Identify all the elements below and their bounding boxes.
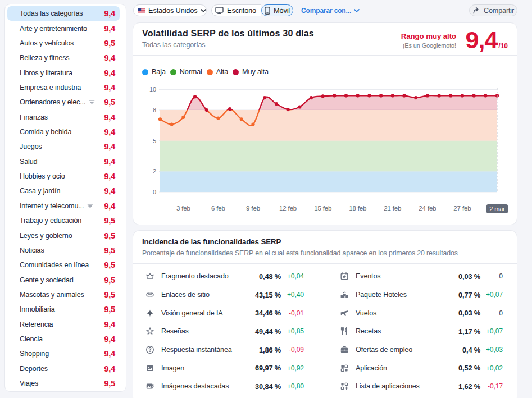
svg-text:24 feb: 24 feb: [419, 205, 436, 212]
svg-text:9 feb: 9 feb: [246, 205, 260, 212]
svg-text:18 feb: 18 feb: [349, 205, 366, 212]
svg-text:2: 2: [153, 168, 156, 175]
svg-text:0: 0: [153, 189, 156, 195]
svg-text:27 feb: 27 feb: [453, 205, 471, 212]
svg-text:6 feb: 6 feb: [211, 205, 225, 212]
svg-text:10: 10: [149, 86, 156, 93]
svg-text:5: 5: [153, 138, 156, 144]
svg-text:8: 8: [153, 107, 156, 113]
svg-text:3 feb: 3 feb: [176, 205, 190, 212]
svg-text:12 feb: 12 feb: [279, 205, 297, 212]
svg-text:15 feb: 15 feb: [314, 205, 331, 212]
svg-text:21 feb: 21 feb: [384, 205, 401, 212]
svg-text:2 mar: 2 mar: [489, 205, 505, 212]
